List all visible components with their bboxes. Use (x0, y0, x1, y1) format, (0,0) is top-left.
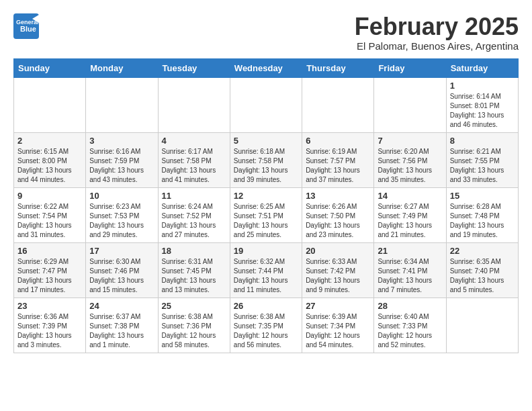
calendar-cell: 11Sunrise: 6:24 AM Sunset: 7:52 PM Dayli… (158, 187, 230, 242)
day-number: 18 (162, 246, 226, 256)
calendar-cell: 6Sunrise: 6:19 AM Sunset: 7:57 PM Daylig… (302, 132, 374, 187)
calendar-cell (86, 77, 158, 132)
calendar-cell: 28Sunrise: 6:40 AM Sunset: 7:33 PM Dayli… (374, 298, 446, 353)
calendar-cell (14, 77, 86, 132)
calendar-cell: 9Sunrise: 6:22 AM Sunset: 7:54 PM Daylig… (14, 187, 86, 242)
day-number: 13 (306, 191, 370, 201)
day-info: Sunrise: 6:14 AM Sunset: 8:01 PM Dayligh… (450, 92, 515, 130)
day-info: Sunrise: 6:33 AM Sunset: 7:42 PM Dayligh… (306, 257, 370, 295)
calendar-cell: 25Sunrise: 6:38 AM Sunset: 7:36 PM Dayli… (158, 298, 230, 353)
calendar-week-row: 2Sunrise: 6:15 AM Sunset: 8:00 PM Daylig… (14, 132, 519, 187)
calendar-week-row: 23Sunrise: 6:36 AM Sunset: 7:39 PM Dayli… (14, 298, 519, 353)
calendar-cell: 22Sunrise: 6:35 AM Sunset: 7:40 PM Dayli… (446, 242, 518, 298)
day-info: Sunrise: 6:22 AM Sunset: 7:54 PM Dayligh… (17, 202, 82, 240)
day-number: 3 (89, 136, 154, 146)
calendar-cell: 3Sunrise: 6:16 AM Sunset: 7:59 PM Daylig… (86, 132, 158, 187)
day-info: Sunrise: 6:23 AM Sunset: 7:53 PM Dayligh… (89, 202, 154, 240)
weekday-header: Sunday (14, 58, 86, 77)
day-info: Sunrise: 6:31 AM Sunset: 7:45 PM Dayligh… (162, 257, 226, 295)
day-info: Sunrise: 6:38 AM Sunset: 7:35 PM Dayligh… (234, 312, 298, 350)
day-info: Sunrise: 6:40 AM Sunset: 7:33 PM Dayligh… (378, 312, 442, 350)
day-info: Sunrise: 6:21 AM Sunset: 7:55 PM Dayligh… (450, 147, 515, 185)
day-number: 23 (17, 301, 82, 311)
weekday-header: Wednesday (230, 58, 302, 77)
calendar-cell (230, 77, 302, 132)
calendar-cell (374, 77, 446, 132)
day-info: Sunrise: 6:30 AM Sunset: 7:46 PM Dayligh… (89, 257, 154, 295)
weekday-header: Monday (86, 58, 158, 77)
day-number: 21 (378, 246, 442, 256)
calendar-week-row: 16Sunrise: 6:29 AM Sunset: 7:47 PM Dayli… (14, 242, 519, 298)
title-section: February 2025 El Palomar, Buenos Aires, … (355, 13, 519, 52)
day-info: Sunrise: 6:25 AM Sunset: 7:51 PM Dayligh… (234, 202, 298, 240)
day-info: Sunrise: 6:24 AM Sunset: 7:52 PM Dayligh… (162, 202, 226, 240)
month-year-title: February 2025 (355, 13, 519, 40)
day-info: Sunrise: 6:29 AM Sunset: 7:47 PM Dayligh… (17, 257, 82, 295)
calendar-cell: 17Sunrise: 6:30 AM Sunset: 7:46 PM Dayli… (86, 242, 158, 298)
page-header: General Blue February 2025 El Palomar, B… (13, 13, 519, 52)
day-number: 26 (234, 301, 298, 311)
day-number: 28 (378, 301, 442, 311)
day-info: Sunrise: 6:15 AM Sunset: 8:00 PM Dayligh… (17, 147, 82, 185)
location-subtitle: El Palomar, Buenos Aires, Argentina (355, 40, 519, 52)
calendar-cell: 2Sunrise: 6:15 AM Sunset: 8:00 PM Daylig… (14, 132, 86, 187)
day-info: Sunrise: 6:16 AM Sunset: 7:59 PM Dayligh… (89, 147, 154, 185)
weekday-header: Thursday (302, 58, 374, 77)
day-number: 24 (89, 301, 154, 311)
calendar-week-row: 1Sunrise: 6:14 AM Sunset: 8:01 PM Daylig… (14, 77, 519, 132)
day-number: 4 (162, 136, 226, 146)
calendar-cell (158, 77, 230, 132)
calendar-week-row: 9Sunrise: 6:22 AM Sunset: 7:54 PM Daylig… (14, 187, 519, 242)
logo: General Blue (13, 13, 39, 39)
weekday-header-row: SundayMondayTuesdayWednesdayThursdayFrid… (14, 58, 519, 77)
day-info: Sunrise: 6:26 AM Sunset: 7:50 PM Dayligh… (306, 202, 370, 240)
calendar-cell: 18Sunrise: 6:31 AM Sunset: 7:45 PM Dayli… (158, 242, 230, 298)
calendar-cell: 5Sunrise: 6:18 AM Sunset: 7:58 PM Daylig… (230, 132, 302, 187)
day-info: Sunrise: 6:34 AM Sunset: 7:41 PM Dayligh… (378, 257, 442, 295)
day-info: Sunrise: 6:38 AM Sunset: 7:36 PM Dayligh… (162, 312, 226, 350)
day-info: Sunrise: 6:27 AM Sunset: 7:49 PM Dayligh… (378, 202, 442, 240)
calendar-cell (446, 298, 518, 353)
calendar-cell: 10Sunrise: 6:23 AM Sunset: 7:53 PM Dayli… (86, 187, 158, 242)
day-number: 8 (450, 136, 515, 146)
calendar-cell: 21Sunrise: 6:34 AM Sunset: 7:41 PM Dayli… (374, 242, 446, 298)
day-info: Sunrise: 6:37 AM Sunset: 7:38 PM Dayligh… (89, 312, 154, 350)
day-number: 2 (17, 136, 82, 146)
calendar-cell: 15Sunrise: 6:28 AM Sunset: 7:48 PM Dayli… (446, 187, 518, 242)
day-info: Sunrise: 6:18 AM Sunset: 7:58 PM Dayligh… (234, 147, 298, 185)
calendar-cell: 19Sunrise: 6:32 AM Sunset: 7:44 PM Dayli… (230, 242, 302, 298)
svg-text:Blue: Blue (20, 25, 36, 33)
calendar-cell (302, 77, 374, 132)
calendar-cell: 7Sunrise: 6:20 AM Sunset: 7:56 PM Daylig… (374, 132, 446, 187)
day-number: 9 (17, 191, 82, 201)
day-info: Sunrise: 6:28 AM Sunset: 7:48 PM Dayligh… (450, 202, 515, 240)
weekday-header: Tuesday (158, 58, 230, 77)
day-info: Sunrise: 6:19 AM Sunset: 7:57 PM Dayligh… (306, 147, 370, 185)
logo-icon: General Blue (13, 13, 39, 39)
weekday-header: Saturday (446, 58, 518, 77)
day-info: Sunrise: 6:32 AM Sunset: 7:44 PM Dayligh… (234, 257, 298, 295)
calendar-cell: 13Sunrise: 6:26 AM Sunset: 7:50 PM Dayli… (302, 187, 374, 242)
day-number: 12 (234, 191, 298, 201)
calendar-cell: 1Sunrise: 6:14 AM Sunset: 8:01 PM Daylig… (446, 77, 518, 132)
calendar-cell: 16Sunrise: 6:29 AM Sunset: 7:47 PM Dayli… (14, 242, 86, 298)
calendar-table: SundayMondayTuesdayWednesdayThursdayFrid… (13, 58, 519, 353)
day-info: Sunrise: 6:17 AM Sunset: 7:58 PM Dayligh… (162, 147, 226, 185)
day-number: 17 (89, 246, 154, 256)
day-info: Sunrise: 6:36 AM Sunset: 7:39 PM Dayligh… (17, 312, 82, 350)
day-number: 1 (450, 81, 515, 91)
day-number: 15 (450, 191, 515, 201)
calendar-cell: 27Sunrise: 6:39 AM Sunset: 7:34 PM Dayli… (302, 298, 374, 353)
day-number: 25 (162, 301, 226, 311)
day-number: 14 (378, 191, 442, 201)
day-info: Sunrise: 6:39 AM Sunset: 7:34 PM Dayligh… (306, 312, 370, 350)
day-number: 19 (234, 246, 298, 256)
calendar-cell: 8Sunrise: 6:21 AM Sunset: 7:55 PM Daylig… (446, 132, 518, 187)
day-number: 20 (306, 246, 370, 256)
calendar-cell: 24Sunrise: 6:37 AM Sunset: 7:38 PM Dayli… (86, 298, 158, 353)
day-number: 27 (306, 301, 370, 311)
calendar-cell: 20Sunrise: 6:33 AM Sunset: 7:42 PM Dayli… (302, 242, 374, 298)
day-number: 5 (234, 136, 298, 146)
day-number: 11 (162, 191, 226, 201)
calendar-cell: 4Sunrise: 6:17 AM Sunset: 7:58 PM Daylig… (158, 132, 230, 187)
